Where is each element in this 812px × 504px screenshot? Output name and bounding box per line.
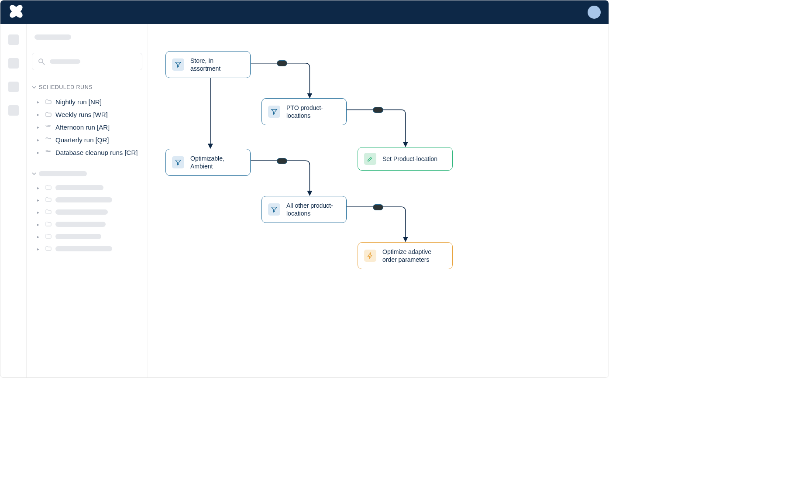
- chevron-right-icon: ▸: [37, 125, 41, 130]
- chevron-right-icon: ▸: [37, 210, 41, 215]
- search-icon: [38, 58, 45, 65]
- chevron-right-icon: ▸: [37, 234, 41, 239]
- node-label: Optimizable, Ambient: [190, 154, 244, 170]
- node-label: Store, In assortment: [190, 57, 244, 72]
- tree-item[interactable]: ▸ Afternoon run [AR]: [37, 121, 142, 134]
- chevron-right-icon: ▸: [37, 137, 41, 142]
- nav-rail: [0, 24, 27, 377]
- edge-connector[interactable]: [373, 107, 383, 113]
- folder-icon: [45, 221, 52, 228]
- filter-icon: [172, 58, 184, 71]
- sidebar: SCHEDULED RUNS ▸ Nightly run [NR] ▸ Week…: [27, 24, 148, 377]
- node-all-other-product-locations[interactable]: All other product-locations: [261, 196, 347, 223]
- tree-item[interactable]: ▸ Quarterly run [QR]: [37, 134, 142, 146]
- folder-icon: [45, 111, 52, 118]
- node-label: PTO product-locations: [286, 104, 340, 120]
- app-logo: [8, 3, 24, 21]
- bolt-icon: [364, 250, 376, 262]
- edge-connector[interactable]: [373, 204, 383, 210]
- folder-icon: [45, 196, 52, 203]
- tree-item[interactable]: ▸ Weekly runs [WR]: [37, 108, 142, 121]
- sidebar-section-placeholder[interactable]: [32, 168, 142, 179]
- folder-icon: [45, 245, 52, 252]
- svg-line-5: [42, 62, 45, 65]
- tree-label: Nightly run [NR]: [55, 98, 102, 106]
- tree-label: Weekly runs [WR]: [55, 111, 108, 118]
- folder-icon: [45, 209, 52, 216]
- chevron-right-icon: ▸: [37, 185, 41, 190]
- filter-icon: [268, 203, 280, 216]
- label-placeholder: [55, 197, 112, 202]
- folder-icon: [45, 149, 52, 156]
- chevron-down-icon: [32, 171, 36, 176]
- label-placeholder: [55, 246, 112, 251]
- sidebar-section-scheduled-runs[interactable]: SCHEDULED RUNS: [32, 82, 142, 93]
- node-set-product-location[interactable]: Set Product-location: [358, 147, 453, 171]
- navrail-item[interactable]: [8, 105, 19, 116]
- edge-connector[interactable]: [277, 158, 287, 164]
- avatar[interactable]: [588, 6, 601, 19]
- filter-icon: [268, 106, 280, 118]
- chevron-right-icon: ▸: [37, 198, 41, 202]
- tree-label: Database cleanup runs [CR]: [55, 149, 138, 156]
- search-placeholder: [50, 59, 80, 64]
- search-input[interactable]: [32, 53, 142, 70]
- chevron-right-icon: ▸: [37, 150, 41, 155]
- node-label: All other product-locations: [286, 202, 340, 217]
- tree-item-placeholder[interactable]: ▸: [37, 230, 142, 243]
- tree-item-placeholder[interactable]: ▸: [37, 194, 142, 206]
- label-placeholder: [55, 222, 106, 227]
- node-label: Optimize adaptive order parameters: [382, 248, 446, 264]
- chevron-right-icon: ▸: [37, 222, 41, 227]
- tree-item-placeholder[interactable]: ▸: [37, 206, 142, 218]
- tree-label: Afternoon run [AR]: [55, 123, 110, 131]
- chevron-right-icon: ▸: [37, 99, 41, 104]
- folder-icon: [45, 124, 52, 131]
- tree-item[interactable]: ▸ Nightly run [NR]: [37, 96, 142, 108]
- scheduled-runs-tree: ▸ Nightly run [NR] ▸ Weekly runs [WR] ▸ …: [32, 96, 142, 159]
- sidebar-title-placeholder: [34, 34, 71, 40]
- chevron-down-icon: [32, 85, 36, 89]
- node-label: Set Product-location: [382, 155, 437, 163]
- edit-icon: [364, 153, 376, 165]
- node-store-in-assortment[interactable]: Store, In assortment: [165, 51, 251, 78]
- folder-icon: [45, 184, 52, 191]
- label-placeholder: [55, 209, 108, 215]
- app-header: [0, 0, 609, 24]
- folder-icon: [45, 137, 52, 144]
- folder-icon: [45, 233, 52, 240]
- chevron-right-icon: ▸: [37, 247, 41, 251]
- workflow-canvas[interactable]: Store, In assortment PTO product-locatio…: [148, 24, 609, 377]
- navrail-item[interactable]: [8, 82, 19, 92]
- chevron-right-icon: ▸: [37, 112, 41, 117]
- tree-item[interactable]: ▸ Database cleanup runs [CR]: [37, 146, 142, 159]
- node-pto-product-locations[interactable]: PTO product-locations: [261, 98, 347, 125]
- tree-item-placeholder[interactable]: ▸: [37, 182, 142, 194]
- node-optimizable-ambient[interactable]: Optimizable, Ambient: [165, 149, 251, 176]
- node-optimize-adaptive-order-parameters[interactable]: Optimize adaptive order parameters: [358, 242, 453, 269]
- navrail-item[interactable]: [8, 58, 19, 69]
- tree-item-placeholder[interactable]: ▸: [37, 218, 142, 230]
- edge-connector[interactable]: [277, 60, 287, 66]
- tree-label: Quarterly run [QR]: [55, 136, 109, 144]
- section-title: SCHEDULED RUNS: [39, 84, 93, 90]
- folder-icon: [45, 99, 52, 106]
- label-placeholder: [55, 185, 103, 190]
- placeholder-tree: ▸ ▸ ▸ ▸ ▸ ▸: [32, 182, 142, 255]
- tree-item-placeholder[interactable]: ▸: [37, 243, 142, 255]
- filter-icon: [172, 156, 184, 168]
- section-title-placeholder: [39, 171, 87, 176]
- label-placeholder: [55, 234, 101, 239]
- navrail-item[interactable]: [8, 34, 19, 45]
